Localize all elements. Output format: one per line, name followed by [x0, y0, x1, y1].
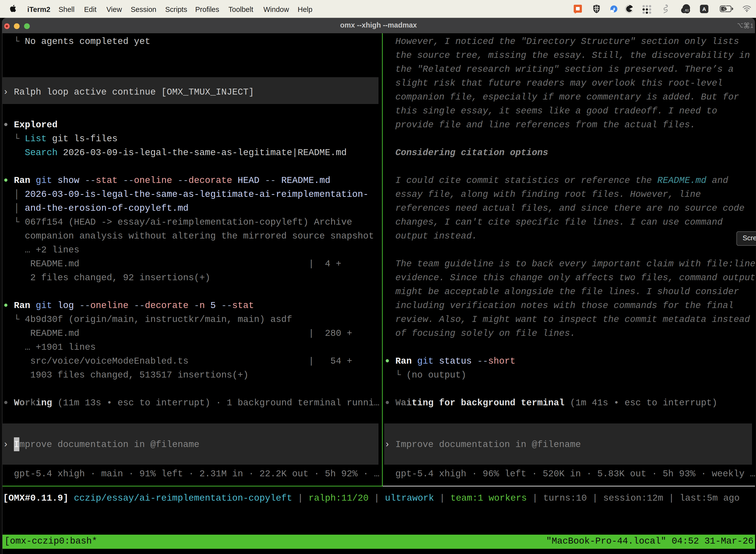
svg-text:A: A — [702, 6, 706, 12]
svg-text:1: 1 — [750, 22, 753, 29]
svg-text:..61: ..61 — [683, 8, 689, 12]
